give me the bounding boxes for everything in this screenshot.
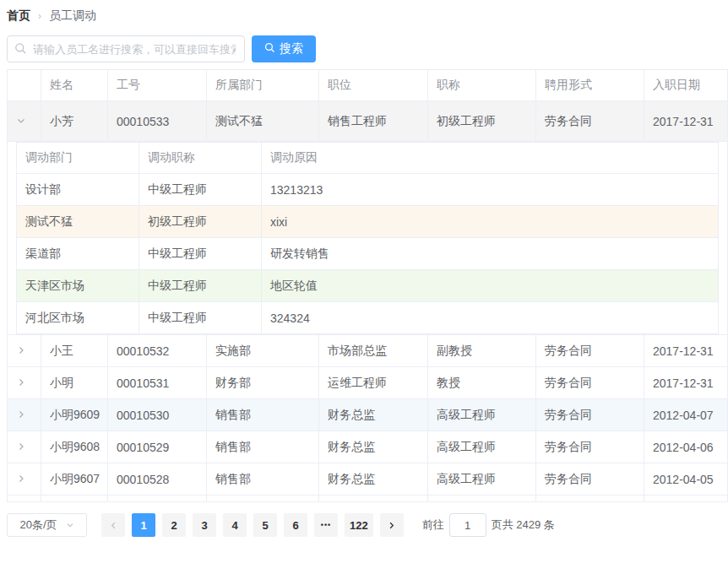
expand-cell[interactable] xyxy=(8,335,41,367)
detail-cell-reason: 研发转销售 xyxy=(262,238,719,270)
goto-label: 前往 xyxy=(422,517,444,533)
page-button-last[interactable]: 122 xyxy=(345,513,373,537)
cell-title: 高级工程师 xyxy=(428,399,536,431)
detail-header-reason: 调动原因 xyxy=(262,143,719,174)
chevron-right-icon[interactable] xyxy=(16,474,26,484)
detail-cell-department: 河北区市场 xyxy=(17,302,139,334)
search-input[interactable] xyxy=(7,35,245,62)
table-row[interactable]: 小王 00010532 实施部 市场部总监 副教授 劳务合同 2017-12-3… xyxy=(8,335,728,367)
detail-row: 渠道部 中级工程师 研发转销售 xyxy=(17,238,719,270)
cell-name: 小明9609 xyxy=(41,399,108,431)
detail-cell-department: 设计部 xyxy=(17,174,139,206)
cell-title: 副教授 xyxy=(428,335,536,367)
page-button-3[interactable]: 3 xyxy=(193,513,216,537)
search-button-icon xyxy=(264,42,275,56)
cell-title: 高级工程师 xyxy=(428,463,536,495)
cell-employee-id: 00010531 xyxy=(108,367,207,399)
table-row[interactable]: 小明9607 00010528 销售部 财务总监 高级工程师 劳务合同 2012… xyxy=(8,463,728,495)
table-row[interactable]: 小明 00010531 财务部 运维工程师 教授 劳务合同 2017-12-31 xyxy=(8,367,728,399)
next-page-button[interactable] xyxy=(380,513,404,537)
expanded-detail-cell: 调动部门 调动职称 调动原因 设计部 中级工程师 13213213 xyxy=(8,142,728,335)
cell-employment-type: 劳务合同 xyxy=(536,463,644,495)
cell-name: 小芳 xyxy=(41,101,108,142)
goto-page: 前往 页共 2429 条 xyxy=(422,513,555,537)
cell-name: 小王 xyxy=(41,335,108,367)
detail-cell-title: 中级工程师 xyxy=(139,302,262,334)
page-button-4[interactable]: 4 xyxy=(223,513,247,537)
chevron-down-icon xyxy=(66,519,74,532)
cell-department: 销售部 xyxy=(207,399,319,431)
chevron-right-icon[interactable] xyxy=(16,441,26,452)
goto-input[interactable] xyxy=(449,513,486,537)
prev-page-button[interactable] xyxy=(101,513,125,537)
search-button-label: 搜索 xyxy=(280,41,303,57)
cell-department: 销售部 xyxy=(207,431,319,463)
employee-table: 姓名 工号 所属部门 职位 职称 聘用形式 入职日期 小芳 00010533 测… xyxy=(7,69,728,502)
cell-name: 小明9607 xyxy=(41,463,108,495)
table-row[interactable]: 小明9608 00010529 销售部 财务总监 高级工程师 劳务合同 2012… xyxy=(8,431,728,463)
detail-row: 设计部 中级工程师 13213213 xyxy=(17,174,719,206)
more-pages-icon[interactable]: ••• xyxy=(314,513,338,537)
cell-employee-id: 00010529 xyxy=(108,431,207,463)
transfer-detail-table: 调动部门 调动职称 调动原因 设计部 中级工程师 13213213 xyxy=(16,142,719,334)
cell-name: 小明9608 xyxy=(41,431,108,463)
cell-department: 测试不猛 xyxy=(207,101,319,142)
detail-cell-title: 初级工程师 xyxy=(139,206,262,238)
table-row[interactable]: 小芳 00010533 测试不猛 销售工程师 初级工程师 劳务合同 2017-1… xyxy=(8,101,728,142)
detail-row-highlight: 天津区市场 中级工程师 地区轮值 xyxy=(17,270,719,302)
detail-header-department: 调动部门 xyxy=(17,143,139,174)
chevron-right-icon[interactable] xyxy=(16,409,26,420)
cell-position: 财务总监 xyxy=(319,463,428,495)
chevron-down-icon[interactable] xyxy=(16,116,26,126)
employee-transfer-page: 首页 › 员工调动 搜索 姓名 工号 所属部门 xyxy=(0,0,728,537)
chevron-right-icon[interactable] xyxy=(16,345,26,355)
page-size-value: 20条/页 xyxy=(19,517,57,533)
detail-header-title: 调动职称 xyxy=(139,143,262,174)
breadcrumb-home-link[interactable]: 首页 xyxy=(7,8,30,24)
expand-cell[interactable] xyxy=(8,367,41,399)
expand-cell[interactable] xyxy=(8,463,41,495)
header-name: 姓名 xyxy=(41,70,108,101)
cell-employment-type: 劳务合同 xyxy=(536,367,644,399)
cell-employee-id: 00010532 xyxy=(108,335,207,367)
expand-cell[interactable] xyxy=(8,399,41,431)
detail-cell-department: 渠道部 xyxy=(17,238,139,270)
cell-hire-date: 2012-04-06 xyxy=(644,431,728,463)
search-box xyxy=(7,35,245,62)
page-size-select[interactable]: 20条/页 xyxy=(7,513,87,537)
cell-department: 销售部 xyxy=(207,463,319,495)
cell-employment-type: 劳务合同 xyxy=(536,399,644,431)
header-department: 所属部门 xyxy=(207,70,319,101)
header-employee-id: 工号 xyxy=(108,70,207,101)
detail-cell-title: 中级工程师 xyxy=(139,238,262,270)
header-title: 职称 xyxy=(428,70,536,101)
header-expand xyxy=(8,70,41,101)
search-icon xyxy=(14,42,27,58)
expand-cell[interactable] xyxy=(8,101,41,142)
cell-hire-date: 2017-12-31 xyxy=(644,101,728,142)
cell-position: 销售工程师 xyxy=(319,101,428,142)
table-row[interactable]: 小明9609 00010530 销售部 财务总监 高级工程师 劳务合同 2012… xyxy=(8,399,728,431)
detail-cell-department: 天津区市场 xyxy=(17,270,139,302)
search-button[interactable]: 搜索 xyxy=(252,35,316,62)
detail-cell-reason: 13213213 xyxy=(262,174,719,206)
page-button-5[interactable]: 5 xyxy=(253,513,277,537)
page-button-6[interactable]: 6 xyxy=(284,513,307,537)
detail-cell-title: 中级工程师 xyxy=(139,270,262,302)
expand-cell[interactable] xyxy=(8,431,41,463)
detail-row: 河北区市场 中级工程师 324324 xyxy=(17,302,719,334)
cell-department: 实施部 xyxy=(207,335,319,367)
pagination-bar: 20条/页 1 2 3 4 5 6 ••• 122 前往 页共 2429 条 xyxy=(7,513,728,537)
expanded-detail-row: 调动部门 调动职称 调动原因 设计部 中级工程师 13213213 xyxy=(8,142,728,335)
breadcrumb: 首页 › 员工调动 xyxy=(7,8,728,24)
cell-department: 财务部 xyxy=(207,367,319,399)
page-button-1[interactable]: 1 xyxy=(132,513,155,537)
page-button-2[interactable]: 2 xyxy=(162,513,186,537)
detail-cell-reason: xixi xyxy=(262,206,719,238)
cell-position: 市场部总监 xyxy=(319,335,428,367)
cell-employee-id: 00010530 xyxy=(108,399,207,431)
cell-hire-date: 2017-12-31 xyxy=(644,367,728,399)
chevron-right-icon[interactable] xyxy=(16,377,26,387)
cell-position: 财务总监 xyxy=(319,399,428,431)
cell-name: 小明 xyxy=(41,367,108,399)
